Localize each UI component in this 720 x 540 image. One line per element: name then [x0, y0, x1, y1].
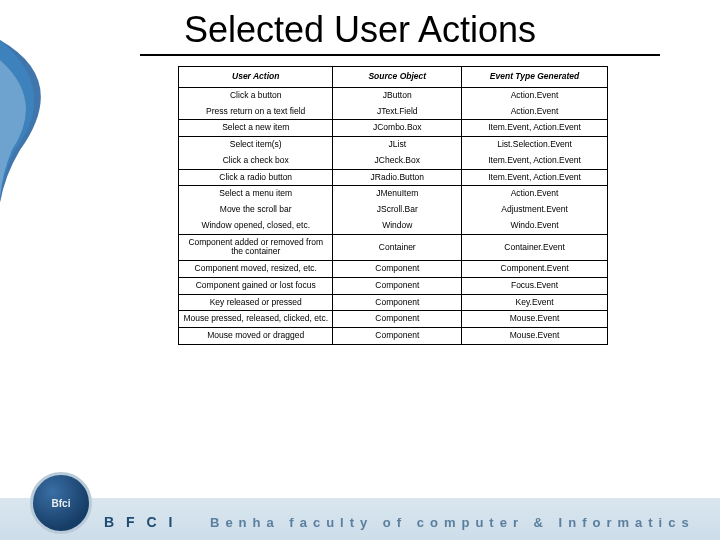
- cell-source: Component: [333, 277, 462, 294]
- cell-source: Window: [333, 218, 462, 234]
- cell-source: Component: [333, 311, 462, 328]
- cell-event: Item.Event, Action.Event: [462, 120, 608, 137]
- cell-action: Click a button: [179, 87, 333, 103]
- cell-event: Mouse.Event: [462, 328, 608, 345]
- table-row: Component gained or lost focusComponentF…: [179, 277, 608, 294]
- table-row: Click a radio buttonJRadio.ButtonItem.Ev…: [179, 169, 608, 186]
- cell-action: Key released or pressed: [179, 294, 333, 311]
- table-row: Click a check boxJCheck.BoxItem.Event, A…: [179, 153, 608, 169]
- actions-table: User ActionSource ObjectEvent Type Gener…: [178, 66, 608, 345]
- table-row: Key released or pressedComponentKey.Even…: [179, 294, 608, 311]
- title-underline: [140, 54, 660, 56]
- table-row: Component moved, resized, etc.ComponentC…: [179, 261, 608, 278]
- cell-source: JCheck.Box: [333, 153, 462, 169]
- cell-action: Window opened, closed, etc.: [179, 218, 333, 234]
- cell-source: JScroll.Bar: [333, 202, 462, 218]
- cell-action: User Action: [179, 67, 333, 88]
- slide: Selected User Actions User ActionSource …: [0, 0, 720, 540]
- table-row: Move the scroll barJScroll.BarAdjustment…: [179, 202, 608, 218]
- table-row: Mouse pressed, released, clicked, etc.Co…: [179, 311, 608, 328]
- footer-content: Bfci B F C I Benha faculty of computer &…: [0, 498, 720, 540]
- cell-action: Click a radio button: [179, 169, 333, 186]
- cell-source: JRadio.Button: [333, 169, 462, 186]
- table-row: Select item(s)JListList.Selection.Event: [179, 137, 608, 153]
- cell-action: Select a menu item: [179, 186, 333, 202]
- table-row: Component added or removed from the cont…: [179, 234, 608, 261]
- cell-action: Select item(s): [179, 137, 333, 153]
- cell-event: Adjustment.Event: [462, 202, 608, 218]
- cell-source: Component: [333, 261, 462, 278]
- cell-action: Mouse pressed, released, clicked, etc.: [179, 311, 333, 328]
- cell-source: Component: [333, 294, 462, 311]
- actions-table-container: User ActionSource ObjectEvent Type Gener…: [178, 66, 608, 345]
- cell-event: Container.Event: [462, 234, 608, 261]
- cell-event: Action.Event: [462, 104, 608, 120]
- cell-source: JMenuItem: [333, 186, 462, 202]
- table-row: Select a new itemJCombo.BoxItem.Event, A…: [179, 120, 608, 137]
- table-row: Mouse moved or draggedComponentMouse.Eve…: [179, 328, 608, 345]
- cell-source: JText.Field: [333, 104, 462, 120]
- cell-action: Press return on a text field: [179, 104, 333, 120]
- cell-event: List.Selection.Event: [462, 137, 608, 153]
- cell-action: Mouse moved or dragged: [179, 328, 333, 345]
- cell-event: Event Type Generated: [462, 67, 608, 88]
- cell-event: Component.Event: [462, 261, 608, 278]
- cell-event: Action.Event: [462, 87, 608, 103]
- cell-source: Component: [333, 328, 462, 345]
- table-header-row: User ActionSource ObjectEvent Type Gener…: [179, 67, 608, 88]
- cell-source: Container: [333, 234, 462, 261]
- table-row: Window opened, closed, etc.WindowWindo.E…: [179, 218, 608, 234]
- cell-action: Select a new item: [179, 120, 333, 137]
- bfci-abbrev: B F C I: [104, 514, 176, 530]
- cell-event: Item.Event, Action.Event: [462, 169, 608, 186]
- logo-text: Bfci: [52, 498, 71, 509]
- swoosh-decoration: [0, 40, 60, 260]
- cell-action: Component gained or lost focus: [179, 277, 333, 294]
- cell-event: Item.Event, Action.Event: [462, 153, 608, 169]
- cell-event: Key.Event: [462, 294, 608, 311]
- cell-action: Click a check box: [179, 153, 333, 169]
- cell-action: Component added or removed from the cont…: [179, 234, 333, 261]
- faculty-name: Benha faculty of computer & Informatics: [210, 515, 695, 530]
- table-row: Press return on a text fieldJText.FieldA…: [179, 104, 608, 120]
- page-title: Selected User Actions: [0, 10, 720, 50]
- cell-source: JButton: [333, 87, 462, 103]
- table-row: Select a menu itemJMenuItemAction.Event: [179, 186, 608, 202]
- cell-source: Source Object: [333, 67, 462, 88]
- cell-action: Component moved, resized, etc.: [179, 261, 333, 278]
- cell-source: JCombo.Box: [333, 120, 462, 137]
- title-area: Selected User Actions: [0, 10, 720, 56]
- bfci-logo: Bfci: [30, 472, 92, 534]
- cell-source: JList: [333, 137, 462, 153]
- cell-event: Windo.Event: [462, 218, 608, 234]
- cell-event: Action.Event: [462, 186, 608, 202]
- cell-action: Move the scroll bar: [179, 202, 333, 218]
- table-row: Click a buttonJButtonAction.Event: [179, 87, 608, 103]
- cell-event: Mouse.Event: [462, 311, 608, 328]
- cell-event: Focus.Event: [462, 277, 608, 294]
